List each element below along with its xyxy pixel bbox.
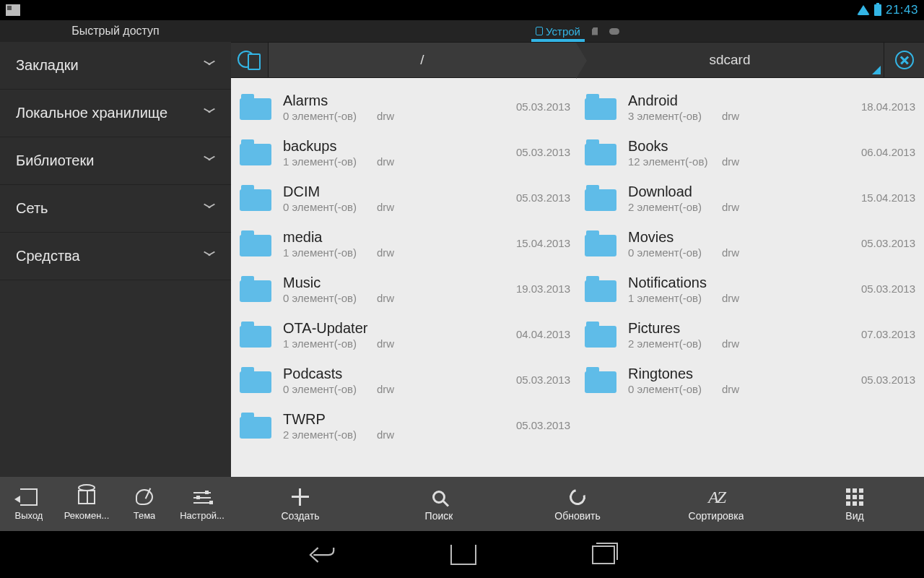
action-label: Тема (134, 510, 156, 521)
file-date: 05.03.2013 (516, 374, 570, 386)
tab-sd[interactable] (588, 25, 602, 38)
cloud-icon (609, 28, 619, 35)
file-row[interactable]: Android3 элемент(-ов)drw18.04.2013 (585, 84, 915, 129)
path-close-button[interactable] (884, 43, 924, 77)
file-name: Pictures (628, 319, 850, 337)
sidebar-item-bookmarks[interactable]: Закладки (0, 42, 231, 90)
folder-icon (240, 182, 271, 214)
file-count: 0 элемент(-ов) (283, 383, 377, 395)
quick-access-title: Быстрый доступ (0, 20, 231, 42)
file-count: 1 элемент(-ов) (628, 292, 722, 304)
folder-icon (240, 364, 271, 396)
file-name: DCIM (283, 182, 505, 201)
search-button[interactable]: Поиск (370, 477, 508, 531)
action-label: Выход (15, 510, 43, 521)
file-count: 3 элемент(-ов) (628, 110, 722, 122)
action-label: Сортировка (689, 510, 744, 522)
file-row[interactable]: media1 элемент(-ов)drw15.04.2013 (240, 220, 570, 266)
plus-icon (290, 487, 310, 507)
tab-device[interactable]: Устрой (531, 20, 585, 42)
theme-button[interactable]: Тема (116, 477, 173, 531)
file-row[interactable]: Pictures2 элемент(-ов)drw07.03.2013 (585, 311, 915, 357)
file-name: Ringtones (628, 364, 850, 383)
file-listing[interactable]: Alarms0 элемент(-ов)drw05.03.2013backups… (231, 78, 924, 477)
file-name: Books (628, 137, 850, 155)
file-count: 2 элемент(-ов) (628, 337, 722, 350)
action-label: Обновить (554, 510, 600, 522)
sidebar-item-local-storage[interactable]: Локальное хранилище (0, 90, 231, 137)
file-date: 05.03.2013 (516, 100, 570, 113)
file-row[interactable]: Books12 элемент(-ов)drw06.04.2013 (585, 129, 915, 175)
file-perms: drw (377, 201, 420, 213)
path-location-button[interactable] (231, 43, 269, 77)
path-segment-current[interactable]: sdcard (576, 43, 884, 77)
action-label: Вид (845, 510, 863, 522)
file-row[interactable]: Podcasts0 элемент(-ов)drw05.03.2013 (240, 357, 570, 402)
nav-back-button[interactable] (309, 544, 335, 566)
action-label: Рекомен... (64, 510, 110, 521)
recommend-button[interactable]: Рекомен... (58, 477, 116, 531)
sliders-icon (193, 490, 211, 504)
sidebar-item-libraries[interactable]: Библиотеки (0, 137, 231, 185)
view-button[interactable]: Вид (785, 477, 924, 531)
file-date: 05.03.2013 (516, 191, 570, 204)
file-date: 05.03.2013 (861, 374, 915, 386)
file-row[interactable]: TWRP2 элемент(-ов)drw05.03.2013 (240, 402, 570, 448)
file-name: media (283, 228, 505, 246)
action-label: Создать (281, 510, 319, 522)
sidebar-item-network[interactable]: Сеть (0, 185, 231, 233)
file-date: 15.04.2013 (861, 191, 915, 204)
refresh-button[interactable]: Обновить (508, 477, 647, 531)
sidebar-item-label: Средства (16, 248, 80, 264)
folder-icon (585, 319, 616, 350)
tab-cloud[interactable] (605, 25, 624, 38)
wifi-icon (857, 5, 870, 15)
file-date: 06.04.2013 (861, 146, 915, 158)
path-root-label: / (420, 52, 424, 68)
chevron-down-icon (204, 205, 215, 212)
exit-button[interactable]: Выход (0, 477, 58, 531)
sidebar-item-label: Локальное хранилище (16, 105, 167, 121)
file-name: Notifications (628, 273, 850, 292)
file-name: Podcasts (283, 364, 505, 383)
file-row[interactable]: backups1 элемент(-ов)drw05.03.2013 (240, 129, 570, 175)
file-date: 19.03.2013 (516, 282, 570, 295)
file-date: 07.03.2013 (861, 328, 915, 340)
file-name: Movies (628, 228, 850, 246)
file-row[interactable]: DCIM0 элемент(-ов)drw05.03.2013 (240, 175, 570, 220)
sort-button[interactable]: AZ Сортировка (647, 477, 785, 531)
file-row[interactable]: Movies0 элемент(-ов)drw05.03.2013 (585, 220, 915, 266)
path-current-label: sdcard (709, 52, 750, 68)
file-name: Android (628, 91, 850, 110)
file-date: 05.03.2013 (861, 282, 915, 295)
create-button[interactable]: Создать (231, 477, 370, 531)
bottom-right-actions: Создать Поиск Обновить AZ Сортировка Вид (231, 477, 924, 531)
settings-button[interactable]: Настрой... (173, 477, 231, 531)
search-icon (432, 491, 445, 504)
folder-icon (585, 137, 616, 168)
file-perms: drw (377, 292, 420, 304)
file-name: OTA-Updater (283, 319, 505, 337)
sidebar-item-tools[interactable]: Средства (0, 233, 231, 280)
file-row[interactable]: Download2 элемент(-ов)drw15.04.2013 (585, 175, 915, 220)
nav-home-button[interactable] (450, 545, 476, 565)
file-row[interactable]: Alarms0 элемент(-ов)drw05.03.2013 (240, 84, 570, 129)
globe-device-icon (240, 51, 259, 69)
chevron-down-icon (204, 253, 215, 260)
file-row[interactable]: OTA-Updater1 элемент(-ов)drw04.04.2013 (240, 311, 570, 357)
folder-icon (585, 91, 616, 123)
exit-icon (20, 488, 38, 506)
home-icon (450, 545, 476, 565)
path-segment-root[interactable]: / (269, 43, 576, 77)
file-perms: drw (377, 155, 420, 168)
file-date: 15.04.2013 (516, 237, 570, 249)
file-perms: drw (722, 383, 765, 395)
sort-icon: AZ (708, 488, 724, 506)
nav-recent-button[interactable] (592, 545, 615, 564)
file-row[interactable]: Ringtones0 элемент(-ов)drw05.03.2013 (585, 357, 915, 402)
file-perms: drw (377, 428, 420, 441)
file-row[interactable]: Music0 элемент(-ов)drw19.03.2013 (240, 266, 570, 311)
chevron-down-icon (204, 110, 215, 117)
file-row[interactable]: Notifications1 элемент(-ов)drw05.03.2013 (585, 266, 915, 311)
file-date: 05.03.2013 (861, 237, 915, 249)
